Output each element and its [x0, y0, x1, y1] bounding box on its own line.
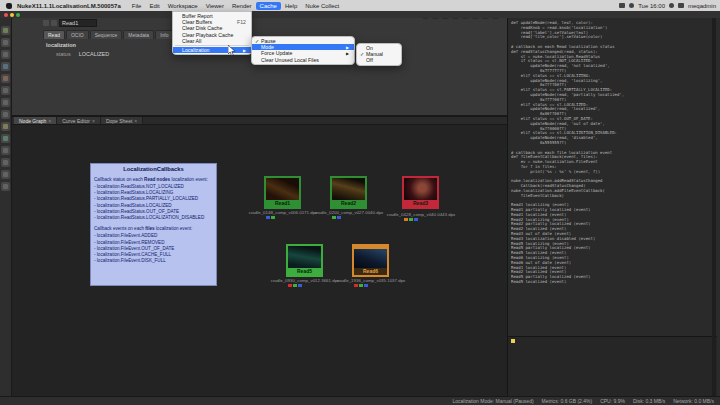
toolbar-merge-icon[interactable]: [1, 110, 10, 119]
network-status: Network: 0.0 MB/s: [673, 398, 714, 404]
macos-menu-bar: NukeX11.1.1LocalisationLM.500057a File E…: [0, 0, 720, 11]
menubar-user[interactable]: meqadmin: [688, 3, 716, 9]
menu-item-clear-disk-cache[interactable]: Clear Disk Cache: [173, 25, 251, 31]
window-minimize-button[interactable]: [10, 13, 14, 17]
window-title-bar: [0, 11, 720, 18]
tab-sequence[interactable]: Sequence: [90, 30, 123, 39]
read6-localization-progress: [354, 284, 368, 287]
metrics-status: Metrics: 0.6 GB (2.4%): [542, 398, 593, 404]
localization-mode-status: Localization Mode: Manual (Paused): [452, 398, 533, 404]
toolbar-transform-icon[interactable]: [1, 122, 10, 131]
read2-node[interactable]: Read2: [330, 176, 367, 209]
toolbar-filter-icon[interactable]: [1, 86, 10, 95]
sticky-note[interactable]: LocalizationCallbacks Callback status on…: [90, 163, 217, 286]
node-toolbar: [0, 18, 12, 396]
read6-name: Read6: [354, 268, 387, 275]
localization-submenu: ✓ Pause Mode ▶ Force Update ▶ Clear Unus…: [251, 36, 355, 65]
script-editor-pane: def updateNode(read, text, color): readK…: [507, 11, 716, 396]
toolbar-keyer-icon[interactable]: [1, 98, 10, 107]
read6-file-label: cradle_1936_comp_v035.1037.dpx: [316, 278, 426, 283]
read1-localization-progress: [266, 216, 280, 219]
menu-render[interactable]: Render: [228, 2, 256, 10]
menu-item-clear-playback-cache[interactable]: Clear Playback Cache: [173, 32, 251, 38]
menu-item-buffer-report[interactable]: Buffer Report: [173, 13, 251, 19]
close-tab-icon[interactable]: ×: [134, 118, 137, 124]
read5-localization-progress: [288, 284, 302, 287]
menu-item-clear-buffers[interactable]: Clear Buffers F12: [173, 19, 251, 25]
toolbar-views-icon[interactable]: [1, 170, 10, 179]
close-tab-icon[interactable]: ×: [48, 118, 51, 124]
mode-submenu: On ✓ Manual Off: [356, 43, 402, 66]
read6-thumbnail: [354, 249, 387, 268]
read3-localization-progress: [404, 218, 418, 221]
wifi-icon[interactable]: [629, 3, 634, 8]
read5-name: Read5: [288, 268, 321, 275]
localization-group-label: localization: [46, 42, 76, 48]
node-graph[interactable]: LocalizationCallbacks Callback status on…: [12, 125, 507, 396]
read3-file-label: cradle_0428_comp_v040.0443.dpx: [366, 212, 476, 217]
read-status-item: - localization.ReadStatus.PARTIALLY_LOCA…: [94, 196, 213, 202]
status-value: LOCALIZED: [79, 51, 110, 57]
tab-node-graph[interactable]: Node Graph ×: [14, 117, 57, 124]
battery-icon[interactable]: [619, 3, 625, 8]
menu-item-localization[interactable]: Localization ▶: [173, 47, 251, 53]
node-name-field[interactable]: [59, 19, 97, 27]
menu-item-clear-all[interactable]: Clear All: [173, 38, 251, 44]
toolbar-other-icon[interactable]: [1, 182, 10, 191]
read1-name: Read1: [266, 200, 299, 207]
read1-node[interactable]: Read1: [264, 176, 301, 209]
toolbar-3d-icon[interactable]: [1, 134, 10, 143]
menu-item-off[interactable]: Off: [357, 57, 401, 63]
menu-item-clear-unused-local-files[interactable]: Clear Unused Local Files: [252, 57, 354, 63]
apple-icon[interactable]: [6, 3, 12, 9]
cpu-status: CPU: 9.9%: [600, 398, 625, 404]
toolbar-image-icon[interactable]: [1, 26, 10, 35]
read2-localization-progress: [332, 216, 346, 219]
toolbar-deep-icon[interactable]: [1, 158, 10, 167]
tab-metadata[interactable]: Metadata: [123, 30, 154, 39]
toolbar-color-icon[interactable]: [1, 74, 10, 83]
tab-info[interactable]: Info: [155, 30, 173, 39]
menu-viewer[interactable]: Viewer: [202, 2, 228, 10]
read3-thumbnail: [404, 178, 437, 200]
menubar-clock[interactable]: Tue 16:00: [638, 3, 665, 9]
app-name[interactable]: NukeX11.1.1LocalisationLM.500057a: [17, 3, 121, 9]
read3-name: Read3: [404, 200, 437, 207]
toolbar-particles-icon[interactable]: [1, 146, 10, 155]
menu-file[interactable]: File: [128, 2, 146, 10]
menu-edit[interactable]: Edit: [145, 2, 163, 10]
node-panel-hide-icon[interactable]: [51, 20, 57, 26]
read-status-item: - localization.ReadStatus.LOCALIZATION_D…: [94, 215, 213, 221]
toolbar-draw-icon[interactable]: [1, 38, 10, 47]
menu-help[interactable]: Help: [281, 2, 301, 10]
menu-item-manual[interactable]: ✓ Manual: [357, 51, 401, 57]
tab-curve-editor[interactable]: Curve Editor ×: [57, 117, 101, 124]
read6-node[interactable]: Read6: [352, 244, 389, 277]
spotlight-icon[interactable]: [669, 3, 674, 8]
tab-ocio[interactable]: OCIO: [66, 30, 89, 39]
status-bar: Localization Mode: Manual (Paused) Metri…: [0, 396, 720, 405]
script-scrollbar[interactable]: [712, 11, 716, 396]
menu-nuke-collect[interactable]: Nuke Collect: [301, 2, 343, 10]
tab-dope-sheet[interactable]: Dope Sheet ×: [101, 117, 143, 124]
menu-workspace[interactable]: Workspace: [164, 2, 202, 10]
script-output[interactable]: def updateNode(read, text, color): readK…: [511, 21, 711, 333]
window-close-button[interactable]: [4, 13, 8, 17]
read5-node[interactable]: Read5: [286, 244, 323, 277]
submenu-arrow-icon: ▶: [243, 48, 246, 53]
toolbar-channel-icon[interactable]: [1, 62, 10, 71]
window-zoom-button[interactable]: [16, 13, 20, 17]
toolbar-time-icon[interactable]: [1, 50, 10, 59]
menu-item-pause[interactable]: ✓ Pause: [252, 38, 354, 44]
text-caret: [511, 339, 515, 343]
menu-cache[interactable]: Cache: [256, 2, 281, 10]
mouse-cursor: [228, 45, 236, 56]
control-center-icon[interactable]: [678, 3, 684, 8]
node-panel-lock-icon[interactable]: [43, 20, 49, 26]
tab-read[interactable]: Read: [43, 30, 65, 39]
script-input[interactable]: [508, 337, 717, 396]
status-label: status: [56, 51, 71, 57]
read3-node[interactable]: Read3: [402, 176, 439, 209]
read5-thumbnail: [288, 246, 321, 268]
close-tab-icon[interactable]: ×: [92, 118, 95, 124]
